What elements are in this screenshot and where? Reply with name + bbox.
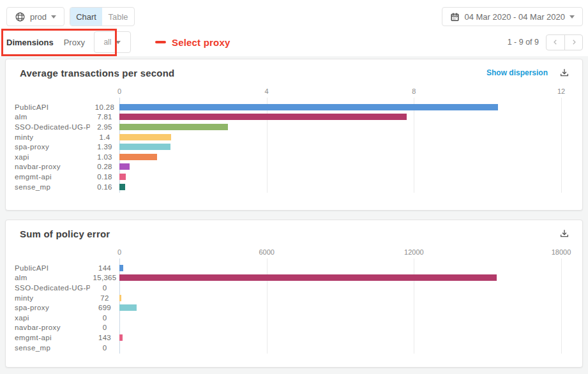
row-label: xapi xyxy=(15,153,90,161)
proxy-select[interactable]: all xyxy=(94,31,131,53)
row-label: navbar-proxy xyxy=(15,324,90,331)
axis-tick: 18000 xyxy=(552,248,571,256)
bar xyxy=(119,163,130,170)
chart-title: Sum of policy error xyxy=(20,228,110,239)
bar-track xyxy=(119,285,561,291)
next-page-button[interactable] xyxy=(564,35,582,50)
annotation-dash xyxy=(155,41,166,43)
bar xyxy=(119,144,170,150)
row-value: 1.39 xyxy=(90,143,119,151)
row-label: SSO-Dedicated-UG-Pr... xyxy=(15,284,90,292)
bar xyxy=(119,104,498,110)
bar-track xyxy=(119,274,561,281)
row-value: 699 xyxy=(90,304,119,311)
bar-track xyxy=(119,154,561,160)
axis-tick: 0 xyxy=(117,248,121,256)
row-value: 10.28 xyxy=(90,103,119,111)
download-icon xyxy=(559,68,569,78)
row-label: spa-proxy xyxy=(15,143,90,151)
date-range-selector[interactable]: 04 Mar 2020 - 04 Mar 2020 xyxy=(442,7,583,26)
row-value: 0 xyxy=(90,324,119,331)
row-value: 72 xyxy=(90,294,119,302)
prev-page-button[interactable] xyxy=(547,35,564,50)
card-actions: Show dispersion xyxy=(486,68,569,78)
pagination-buttons xyxy=(546,34,583,50)
dimensions-label: Dimensions xyxy=(6,38,54,47)
row-label: spa-proxy xyxy=(15,304,90,311)
row-value: 1.4 xyxy=(90,133,119,141)
chevron-down-icon xyxy=(51,15,56,19)
bar xyxy=(119,265,123,271)
card-header: Sum of policy error xyxy=(6,220,582,241)
chart-row: navbar-proxy0 xyxy=(6,323,582,333)
row-label: emgmt-api xyxy=(15,173,90,181)
environment-label: prod xyxy=(30,12,47,22)
show-dispersion-link[interactable]: Show dispersion xyxy=(486,68,548,77)
bar xyxy=(119,334,123,341)
download-icon xyxy=(559,228,569,239)
row-value: 7.81 xyxy=(90,113,119,121)
chart-row: alm15,365 xyxy=(6,273,582,283)
row-value: 0 xyxy=(90,284,119,292)
bar-chart: 0 4 8 12 PublicAPI10.28alm7.81SSO-Dedica… xyxy=(6,87,582,195)
bar xyxy=(119,134,171,140)
chevron-down-icon xyxy=(116,41,121,44)
bar-track xyxy=(119,315,561,321)
row-label: SSO-Dedicated-UG-Pr... xyxy=(15,123,90,131)
row-label: PublicAPI xyxy=(15,264,90,272)
chart-row: navbar-proxy0.28 xyxy=(6,162,582,172)
proxy-select-value: all xyxy=(103,38,111,47)
row-label: xapi xyxy=(15,314,90,322)
bar-track xyxy=(119,124,561,130)
card-policy-error: Sum of policy error 0 6000 12000 18000 P… xyxy=(5,220,583,368)
tab-chart[interactable]: Chart xyxy=(70,8,102,26)
environment-selector[interactable]: prod xyxy=(6,7,64,26)
bar xyxy=(119,124,228,130)
bar-track xyxy=(119,324,561,331)
globe-icon xyxy=(15,11,26,22)
chart-row: minty1.4 xyxy=(6,132,582,142)
row-value: 15,365 xyxy=(90,274,119,281)
row-label: minty xyxy=(15,294,90,302)
bar-track xyxy=(119,144,561,150)
chevron-down-icon xyxy=(569,15,575,19)
card-avg-tps: Average transactions per second Show dis… xyxy=(5,59,583,211)
axis-tick: 12000 xyxy=(404,248,424,256)
bar-track xyxy=(119,334,561,341)
row-label: sense_mp xyxy=(15,344,90,352)
tab-table[interactable]: Table xyxy=(102,8,134,26)
chart-row: xapi1.03 xyxy=(6,152,582,162)
chart-row: PublicAPI10.28 xyxy=(6,102,582,112)
row-label: alm xyxy=(15,274,90,281)
filter-bar: Dimensions Proxy all Select proxy 1 - 9 … xyxy=(5,29,583,55)
view-tabs: Chart Table xyxy=(70,7,135,26)
download-button[interactable] xyxy=(559,68,569,78)
bar-track xyxy=(119,163,561,170)
bar-track xyxy=(119,345,561,351)
pagination-label: 1 - 9 of 9 xyxy=(508,38,539,47)
bar xyxy=(119,295,121,301)
chart-rows: PublicAPI10.28alm7.81SSO-Dedicated-UG-Pr… xyxy=(6,98,582,195)
row-value: 2.95 xyxy=(90,123,119,131)
row-value: 0.16 xyxy=(90,183,119,191)
bar-track xyxy=(119,104,561,110)
bar-track xyxy=(119,134,561,140)
bar xyxy=(119,184,125,190)
bar-track xyxy=(119,265,561,271)
axis-tick: 8 xyxy=(412,87,416,95)
row-value: 143 xyxy=(90,334,119,341)
x-axis: 0 4 8 12 xyxy=(119,87,561,98)
bar-track xyxy=(119,114,561,120)
row-label: emgmt-api xyxy=(15,334,90,341)
chart-row: xapi0 xyxy=(6,313,582,323)
chart-row: spa-proxy699 xyxy=(6,303,582,313)
row-label: navbar-proxy xyxy=(15,163,90,170)
row-value: 0 xyxy=(90,314,119,322)
axis-tick: 12 xyxy=(557,87,565,95)
download-button[interactable] xyxy=(559,228,569,239)
bar-track xyxy=(119,304,561,311)
row-label: PublicAPI xyxy=(15,103,90,111)
bar xyxy=(119,154,157,160)
chart-row: emgmt-api0.18 xyxy=(6,172,582,182)
chart-row: spa-proxy1.39 xyxy=(6,142,582,152)
